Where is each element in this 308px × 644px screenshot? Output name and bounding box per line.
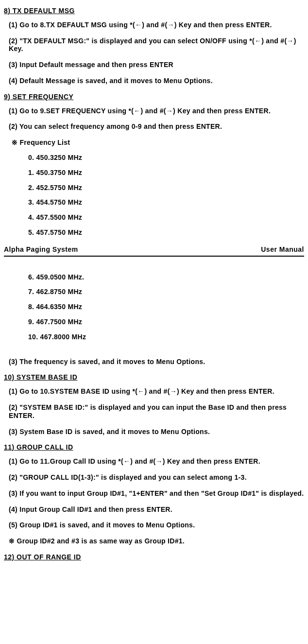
- section-12-heading: 12) OUT OF RANGE ID: [4, 553, 304, 561]
- frequency-item-0: 0. 450.3250 MHz: [28, 154, 304, 162]
- page-footer: Alpha Paging System User Manual: [4, 245, 304, 257]
- section-8-step-1: (1) Go to 8.TX DEFAULT MSG using *(←) an…: [9, 21, 304, 29]
- section-9-step-2: (2) You can select frequency among 0-9 a…: [9, 122, 304, 131]
- section-8-step-4: (4) Default Message is saved, and it mov…: [9, 77, 304, 85]
- section-8-step-2: (2) "TX DEFAULT MSG:" is displayed and y…: [9, 37, 304, 53]
- section-11-note: ※ Group ID#2 and #3 is as same way as Gr…: [9, 537, 304, 545]
- section-10-step-2: (2) "SYSTEM BASE ID:" is displayed and y…: [9, 403, 304, 420]
- section-11-step-4: (4) Input Group Call ID#1 and then press…: [9, 505, 304, 514]
- section-10-heading: 10) SYSTEM BASE ID: [4, 373, 304, 382]
- section-8-heading: 8) TX DEFAULT MSG: [4, 7, 304, 15]
- frequency-item-5: 5. 457.5750 MHz: [28, 228, 304, 237]
- frequency-item-8: 8. 464.6350 MHz: [28, 303, 304, 311]
- section-10-step-1: (1) Go to 10.SYSTEM BASE ID using *(←) a…: [9, 387, 304, 396]
- frequency-item-4: 4. 457.5500 MHz: [28, 213, 304, 222]
- section-9-heading: 9) SET FREQUENCY: [4, 93, 304, 101]
- section-11-step-2: (2) "GROUP CALL ID(1-3):" is displayed a…: [9, 473, 304, 482]
- footer-right-text: User Manual: [261, 245, 304, 254]
- frequency-list-note: ※ Frequency List: [12, 139, 304, 147]
- section-9-step-3: (3) The frequency is saved, and it moves…: [9, 358, 304, 366]
- frequency-item-6: 6. 459.0500 MHz.: [28, 273, 304, 281]
- frequency-item-1: 1. 450.3750 MHz: [28, 169, 304, 177]
- frequency-item-9: 9. 467.7500 MHz: [28, 318, 304, 326]
- section-11-step-1: (1) Go to 11.Group Call ID using *(←) an…: [9, 457, 304, 466]
- frequency-item-10: 10. 467.8000 MHz: [28, 333, 304, 341]
- section-9-step-1: (1) Go to 9.SET FREQUENCY using *(←) and…: [9, 107, 304, 115]
- section-10-step-3: (3) System Base ID is saved, and it move…: [9, 428, 304, 436]
- section-11-step-5: (5) Group ID#1 is saved, and it moves to…: [9, 521, 304, 529]
- section-11-step-3: (3) If you want to input Group ID#1, "1+…: [9, 489, 304, 498]
- frequency-item-7: 7. 462.8750 MHz: [28, 288, 304, 296]
- section-11-heading: 11) GROUP CALL ID: [4, 443, 304, 452]
- frequency-item-2: 2. 452.5750 MHz: [28, 184, 304, 192]
- section-8-step-3: (3) Input Default message and then press…: [9, 61, 304, 69]
- frequency-item-3: 3. 454.5750 MHz: [28, 198, 304, 207]
- footer-left-text: Alpha Paging System: [4, 245, 78, 254]
